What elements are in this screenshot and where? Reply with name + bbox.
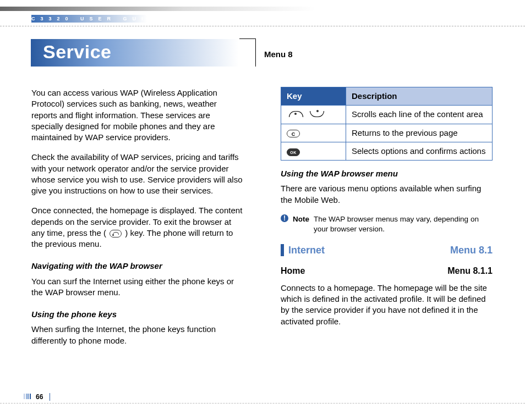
note-block: ! Note The WAP browser menus may vary, d… xyxy=(281,214,493,234)
top-dashed-rule xyxy=(0,26,525,26)
page-number-block: 66 xyxy=(24,393,50,401)
end-call-icon xyxy=(110,230,122,237)
title-corner-rule xyxy=(239,38,256,67)
th-key: Key xyxy=(281,87,346,106)
nav-down-icon xyxy=(310,111,324,117)
note-label: Note xyxy=(293,214,309,234)
wap-menu-para: There are various menu options available… xyxy=(281,183,493,206)
page-divider xyxy=(50,393,50,401)
home-label: Home xyxy=(281,265,305,277)
page-number: 66 xyxy=(36,393,43,401)
note-text: The WAP browser menus may vary, dependin… xyxy=(314,214,493,234)
footer-rule: 66 xyxy=(0,393,525,404)
nav-para: You can surf the Internet using either t… xyxy=(31,276,243,299)
menu-number: Menu 8 xyxy=(264,49,293,59)
guide-header: C3320 USER GUIDE xyxy=(31,16,166,21)
phone-keys-para: When surfing the Internet, the phone key… xyxy=(31,324,243,346)
intro-para-2: Check the availability of WAP services, … xyxy=(31,152,243,196)
right-column: Key Description Scrolls each line of the… xyxy=(281,87,493,336)
home-menu: Menu 8.1.1 xyxy=(447,265,493,277)
intro-para-1: You can access various WAP (Wireless App… xyxy=(31,87,243,143)
c-key-icon: C xyxy=(287,130,300,137)
key-row-1-desc: Scrolls each line of the content area xyxy=(346,106,493,124)
nav-up-icon xyxy=(289,111,303,117)
key-row-3-icon: OK xyxy=(281,142,346,160)
left-column: You can access various WAP (Wireless App… xyxy=(31,87,243,355)
key-description-table: Key Description Scrolls each line of the… xyxy=(281,87,493,161)
subhead-wap-menu: Using the WAP browser menu xyxy=(281,168,493,179)
subhead-navigating: Navigating with the WAP browser xyxy=(31,261,243,272)
page-title: Service xyxy=(31,39,239,63)
title-bar: Service xyxy=(31,39,239,67)
key-row-2-desc: Returns to the previous page xyxy=(346,124,493,142)
key-row-2-icon: C xyxy=(281,124,346,142)
section-internet-menu: Menu 8.1 xyxy=(450,244,493,257)
section-internet: Internet Menu 8.1 xyxy=(281,244,493,256)
th-desc: Description xyxy=(346,87,493,106)
page-ticks-icon xyxy=(24,393,31,401)
top-gradient-strip xyxy=(0,7,525,11)
key-row-3-desc: Selects options and confirms actions xyxy=(346,142,493,160)
info-icon: ! xyxy=(281,214,288,222)
ok-key-icon: OK xyxy=(287,148,300,156)
intro-para-3: Once connected, the homepage is displaye… xyxy=(31,205,243,250)
key-row-1-icon xyxy=(281,106,346,124)
home-heading-row: Home Menu 8.1.1 xyxy=(281,265,493,277)
section-internet-title: Internet xyxy=(288,244,325,257)
home-para: Connects to a homepage. The homepage wil… xyxy=(281,283,493,327)
subhead-phone-keys: Using the phone keys xyxy=(31,309,243,320)
